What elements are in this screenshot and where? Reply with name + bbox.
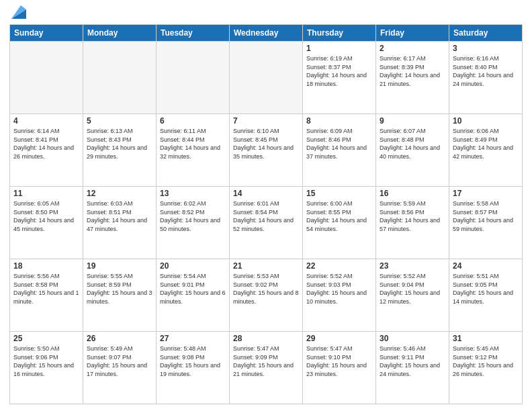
calendar-cell: 23Sunrise: 5:52 AM Sunset: 9:04 PM Dayli… — [376, 259, 449, 332]
day-number: 21 — [233, 261, 299, 271]
day-number: 4 — [13, 116, 79, 126]
page: SundayMondayTuesdayWednesdayThursdayFrid… — [0, 0, 532, 411]
day-info: Sunrise: 5:49 AM Sunset: 9:07 PM Dayligh… — [87, 345, 152, 378]
day-number: 5 — [87, 116, 152, 126]
day-info: Sunrise: 5:45 AM Sunset: 9:12 PM Dayligh… — [453, 345, 519, 378]
calendar-cell: 30Sunrise: 5:46 AM Sunset: 9:11 PM Dayli… — [376, 332, 449, 404]
calendar-cell — [157, 42, 230, 114]
calendar-cell: 13Sunrise: 6:02 AM Sunset: 8:52 PM Dayli… — [157, 187, 230, 259]
day-number: 17 — [453, 189, 519, 198]
day-number: 15 — [306, 189, 372, 198]
day-number: 2 — [380, 44, 445, 53]
calendar-cell: 10Sunrise: 6:06 AM Sunset: 8:49 PM Dayli… — [449, 114, 523, 187]
calendar-cell: 17Sunrise: 5:58 AM Sunset: 8:57 PM Dayli… — [449, 187, 523, 259]
day-info: Sunrise: 5:47 AM Sunset: 9:09 PM Dayligh… — [233, 345, 299, 378]
day-number: 13 — [160, 189, 226, 198]
day-of-week-sunday: Sunday — [10, 25, 83, 42]
logo-icon — [11, 4, 26, 19]
day-number: 12 — [87, 189, 152, 198]
day-info: Sunrise: 5:48 AM Sunset: 9:08 PM Dayligh… — [160, 345, 226, 378]
day-info: Sunrise: 6:00 AM Sunset: 8:55 PM Dayligh… — [306, 199, 372, 233]
day-number: 30 — [380, 334, 445, 343]
calendar-cell: 7Sunrise: 6:10 AM Sunset: 8:45 PM Daylig… — [230, 114, 303, 187]
calendar-cell: 16Sunrise: 5:59 AM Sunset: 8:56 PM Dayli… — [376, 187, 449, 259]
calendar: SundayMondayTuesdayWednesdayThursdayFrid… — [9, 24, 523, 404]
day-number: 20 — [160, 261, 226, 271]
calendar-cell: 31Sunrise: 5:45 AM Sunset: 9:12 PM Dayli… — [449, 332, 523, 404]
day-info: Sunrise: 6:11 AM Sunset: 8:44 PM Dayligh… — [160, 127, 226, 161]
calendar-cell: 8Sunrise: 6:09 AM Sunset: 8:46 PM Daylig… — [303, 114, 376, 187]
calendar-cell: 1Sunrise: 6:19 AM Sunset: 8:37 PM Daylig… — [303, 42, 376, 114]
day-info: Sunrise: 6:16 AM Sunset: 8:40 PM Dayligh… — [453, 54, 519, 88]
calendar-cell: 18Sunrise: 5:56 AM Sunset: 8:58 PM Dayli… — [10, 259, 83, 332]
day-info: Sunrise: 6:01 AM Sunset: 8:54 PM Dayligh… — [233, 199, 299, 233]
calendar-week-1: 1Sunrise: 6:19 AM Sunset: 8:37 PM Daylig… — [10, 42, 523, 114]
calendar-cell: 27Sunrise: 5:48 AM Sunset: 9:08 PM Dayli… — [157, 332, 230, 404]
calendar-cell: 3Sunrise: 6:16 AM Sunset: 8:40 PM Daylig… — [449, 42, 523, 114]
calendar-week-2: 4Sunrise: 6:14 AM Sunset: 8:41 PM Daylig… — [10, 114, 523, 187]
day-info: Sunrise: 6:17 AM Sunset: 8:39 PM Dayligh… — [380, 54, 445, 88]
day-number: 19 — [87, 261, 152, 271]
day-number: 24 — [453, 261, 519, 271]
calendar-week-4: 18Sunrise: 5:56 AM Sunset: 8:58 PM Dayli… — [10, 259, 523, 332]
day-number: 10 — [453, 116, 519, 126]
calendar-cell: 21Sunrise: 5:53 AM Sunset: 9:02 PM Dayli… — [230, 259, 303, 332]
calendar-cell: 5Sunrise: 6:13 AM Sunset: 8:43 PM Daylig… — [83, 114, 157, 187]
logo — [9, 7, 26, 19]
day-of-week-saturday: Saturday — [449, 25, 523, 42]
calendar-header-row: SundayMondayTuesdayWednesdayThursdayFrid… — [10, 25, 523, 42]
day-info: Sunrise: 6:07 AM Sunset: 8:48 PM Dayligh… — [380, 127, 445, 161]
day-number: 31 — [453, 334, 519, 343]
day-info: Sunrise: 5:59 AM Sunset: 8:56 PM Dayligh… — [380, 199, 445, 233]
day-number: 22 — [306, 261, 372, 271]
day-info: Sunrise: 5:51 AM Sunset: 9:05 PM Dayligh… — [453, 272, 519, 306]
day-info: Sunrise: 6:05 AM Sunset: 8:50 PM Dayligh… — [13, 199, 79, 233]
day-number: 11 — [13, 189, 79, 198]
calendar-cell: 6Sunrise: 6:11 AM Sunset: 8:44 PM Daylig… — [157, 114, 230, 187]
day-info: Sunrise: 6:02 AM Sunset: 8:52 PM Dayligh… — [160, 199, 226, 233]
day-of-week-friday: Friday — [376, 25, 449, 42]
calendar-cell — [10, 42, 83, 114]
calendar-week-3: 11Sunrise: 6:05 AM Sunset: 8:50 PM Dayli… — [10, 187, 523, 259]
calendar-cell: 20Sunrise: 5:54 AM Sunset: 9:01 PM Dayli… — [157, 259, 230, 332]
day-info: Sunrise: 5:55 AM Sunset: 8:59 PM Dayligh… — [87, 272, 152, 306]
calendar-cell: 24Sunrise: 5:51 AM Sunset: 9:05 PM Dayli… — [449, 259, 523, 332]
calendar-cell: 19Sunrise: 5:55 AM Sunset: 8:59 PM Dayli… — [83, 259, 157, 332]
day-info: Sunrise: 5:53 AM Sunset: 9:02 PM Dayligh… — [233, 272, 299, 306]
day-info: Sunrise: 6:19 AM Sunset: 8:37 PM Dayligh… — [306, 54, 372, 88]
day-info: Sunrise: 6:06 AM Sunset: 8:49 PM Dayligh… — [453, 127, 519, 161]
day-info: Sunrise: 5:54 AM Sunset: 9:01 PM Dayligh… — [160, 272, 226, 306]
calendar-cell: 2Sunrise: 6:17 AM Sunset: 8:39 PM Daylig… — [376, 42, 449, 114]
day-number: 29 — [306, 334, 372, 343]
day-info: Sunrise: 6:03 AM Sunset: 8:51 PM Dayligh… — [87, 199, 152, 233]
calendar-cell: 9Sunrise: 6:07 AM Sunset: 8:48 PM Daylig… — [376, 114, 449, 187]
calendar-cell: 14Sunrise: 6:01 AM Sunset: 8:54 PM Dayli… — [230, 187, 303, 259]
day-info: Sunrise: 5:58 AM Sunset: 8:57 PM Dayligh… — [453, 199, 519, 233]
day-number: 27 — [160, 334, 226, 343]
day-number: 7 — [233, 116, 299, 126]
calendar-cell: 4Sunrise: 6:14 AM Sunset: 8:41 PM Daylig… — [10, 114, 83, 187]
calendar-cell: 25Sunrise: 5:50 AM Sunset: 9:06 PM Dayli… — [10, 332, 83, 404]
calendar-cell: 29Sunrise: 5:47 AM Sunset: 9:10 PM Dayli… — [303, 332, 376, 404]
day-number: 25 — [13, 334, 79, 343]
calendar-cell — [83, 42, 157, 114]
calendar-cell: 28Sunrise: 5:47 AM Sunset: 9:09 PM Dayli… — [230, 332, 303, 404]
day-number: 14 — [233, 189, 299, 198]
header — [9, 7, 523, 19]
day-number: 28 — [233, 334, 299, 343]
day-info: Sunrise: 5:46 AM Sunset: 9:11 PM Dayligh… — [380, 345, 445, 378]
day-info: Sunrise: 6:09 AM Sunset: 8:46 PM Dayligh… — [306, 127, 372, 161]
day-info: Sunrise: 6:13 AM Sunset: 8:43 PM Dayligh… — [87, 127, 152, 161]
day-number: 23 — [380, 261, 445, 271]
day-number: 26 — [87, 334, 152, 343]
calendar-week-5: 25Sunrise: 5:50 AM Sunset: 9:06 PM Dayli… — [10, 332, 523, 404]
day-number: 1 — [306, 44, 372, 53]
calendar-cell: 15Sunrise: 6:00 AM Sunset: 8:55 PM Dayli… — [303, 187, 376, 259]
day-number: 16 — [380, 189, 445, 198]
day-info: Sunrise: 5:52 AM Sunset: 9:03 PM Dayligh… — [306, 272, 372, 306]
day-number: 3 — [453, 44, 519, 53]
day-info: Sunrise: 6:14 AM Sunset: 8:41 PM Dayligh… — [13, 127, 79, 161]
day-number: 9 — [380, 116, 445, 126]
day-info: Sunrise: 5:56 AM Sunset: 8:58 PM Dayligh… — [13, 272, 79, 306]
day-of-week-thursday: Thursday — [303, 25, 376, 42]
